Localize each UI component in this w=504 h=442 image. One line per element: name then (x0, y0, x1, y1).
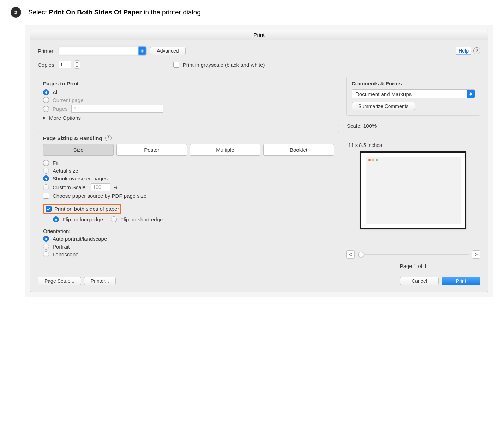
flip-short-radio[interactable] (111, 216, 117, 222)
printer-settings-button[interactable]: Printer... (84, 277, 116, 285)
comments-forms-title: Comments & Forms (352, 80, 475, 86)
ori-landscape-label: Landscape (53, 251, 78, 257)
paper-dimensions: 11 x 8.5 Inches (346, 142, 480, 148)
seg-booklet-button[interactable]: Booklet (263, 144, 334, 156)
summarize-comments-button[interactable]: Summarize Comments (352, 102, 415, 110)
pages-current-label: Current page (53, 97, 84, 103)
copies-stepper[interactable] (74, 60, 80, 69)
page-preview-thumbnail (360, 151, 466, 229)
ori-auto-label: Auto portrait/landscape (53, 236, 107, 242)
updown-arrows-icon (467, 90, 475, 98)
disclosure-triangle-icon[interactable] (43, 116, 46, 120)
pages-range-label: Pages (53, 106, 68, 112)
preview-page-slider[interactable] (358, 254, 469, 255)
pages-to-print-title: Pages to Print (43, 80, 334, 86)
copies-input[interactable] (59, 61, 71, 68)
step-number-badge: 2 (11, 7, 21, 18)
seg-poster-button[interactable]: Poster (116, 144, 187, 156)
both-sides-label: Print on both sides of paper (54, 206, 119, 212)
actual-size-label: Actual size (53, 168, 78, 174)
slider-thumb-icon[interactable] (358, 252, 364, 257)
flip-long-radio[interactable] (53, 216, 59, 222)
pages-range-input[interactable] (71, 105, 163, 113)
percent-label: % (114, 184, 118, 190)
comments-forms-select[interactable]: Document and Markups (352, 89, 475, 98)
grayscale-checkbox[interactable] (173, 62, 179, 68)
printer-select[interactable] (58, 46, 146, 55)
actual-size-radio[interactable] (43, 168, 49, 174)
dialog-title: Print (30, 30, 488, 40)
ori-landscape-radio[interactable] (43, 251, 49, 257)
custom-scale-radio[interactable] (43, 184, 49, 190)
pages-all-radio[interactable] (43, 89, 49, 95)
shrink-radio[interactable] (43, 175, 49, 181)
print-dialog: Print Printer: Advanced Help ? (30, 30, 488, 292)
help-info-icon[interactable]: ? (473, 47, 480, 54)
custom-scale-label: Custom Scale: (53, 184, 87, 190)
page-sizing-panel: Page Sizing & Handling i Size Poster Mul… (38, 131, 339, 264)
ori-portrait-label: Portrait (53, 244, 70, 250)
choose-paper-label: Choose paper source by PDF page size (53, 193, 146, 199)
info-icon[interactable]: i (105, 135, 112, 141)
pages-to-print-panel: Pages to Print All Current page Pages (38, 77, 339, 126)
comments-forms-panel: Comments & Forms Document and Markups Su… (346, 77, 480, 116)
ori-auto-radio[interactable] (43, 236, 49, 242)
scale-text: Scale: 100% (347, 123, 480, 129)
shrink-label: Shrink oversized pages (53, 175, 108, 181)
page-counter: Page 1 of 1 (346, 263, 480, 269)
pages-current-radio[interactable] (43, 97, 49, 103)
printer-label: Printer: (38, 48, 55, 54)
help-link[interactable]: Help (456, 47, 471, 55)
print-button[interactable]: Print (442, 277, 480, 285)
flip-long-label: Flip on long edge (62, 216, 103, 222)
page-setup-button[interactable]: Page Setup... (38, 277, 81, 285)
orientation-title: Orientation: (43, 228, 334, 234)
updown-arrows-icon (138, 47, 146, 55)
grayscale-label: Print in grayscale (black and white) (183, 62, 265, 68)
pages-all-label: All (53, 89, 59, 95)
seg-multiple-button[interactable]: Multiple (190, 144, 260, 156)
advanced-button[interactable]: Advanced (150, 47, 185, 55)
instruction-text: Select Print On Both Sides Of Paper in t… (28, 8, 203, 16)
fit-label: Fit (53, 160, 59, 166)
seg-size-button[interactable]: Size (43, 144, 114, 156)
pages-range-radio[interactable] (43, 106, 49, 112)
cancel-button[interactable]: Cancel (400, 277, 439, 285)
both-sides-highlight: Print on both sides of paper (43, 204, 121, 214)
copies-label: Copies: (38, 62, 56, 68)
ori-portrait-radio[interactable] (43, 244, 49, 250)
preview-prev-button[interactable]: < (346, 250, 355, 259)
preview-next-button[interactable]: > (472, 250, 480, 259)
choose-paper-checkbox[interactable] (43, 193, 49, 199)
page-sizing-title: Page Sizing & Handling (43, 135, 102, 141)
flip-short-label: Flip on short edge (120, 216, 163, 222)
more-options-label[interactable]: More Options (49, 115, 81, 121)
fit-radio[interactable] (43, 160, 49, 166)
both-sides-checkbox[interactable] (46, 206, 52, 212)
custom-scale-input[interactable] (91, 183, 110, 191)
